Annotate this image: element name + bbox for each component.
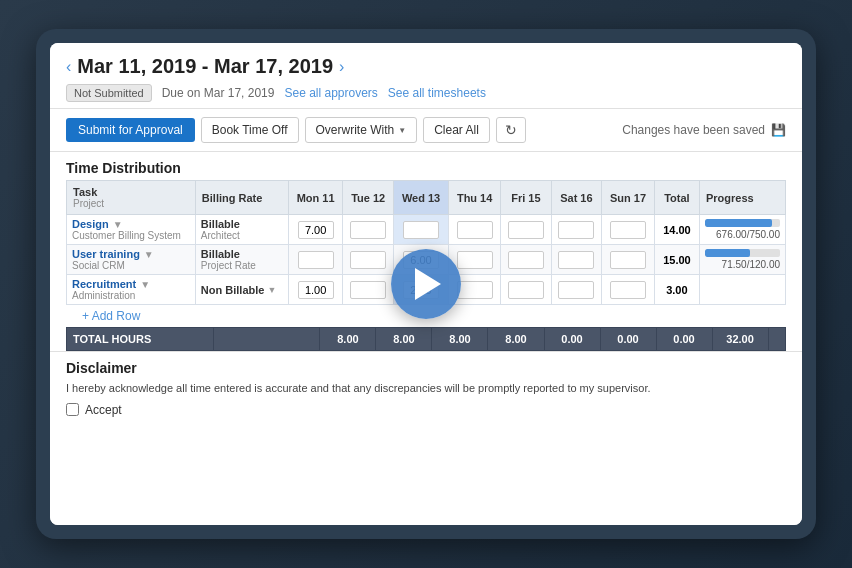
totals-tue: 8.00 [376, 328, 432, 351]
disclaimer-text: I hereby acknowledge all time entered is… [66, 380, 786, 397]
progress-label-training: 71.50/120.00 [705, 259, 780, 270]
fri-cell-design [501, 215, 551, 245]
progress-container-design: 676.00/750.00 [705, 219, 780, 240]
device-frame: ‹ Mar 11, 2019 - Mar 17, 2019 › Not Subm… [36, 29, 816, 539]
tue-input-recruitment[interactable] [350, 281, 386, 299]
wed-input-design[interactable] [403, 221, 439, 239]
totals-total: 32.00 [712, 328, 768, 351]
progress-cell-recruitment [699, 275, 785, 305]
sat-cell-recruitment [551, 275, 601, 305]
sun-cell-recruitment [602, 275, 655, 305]
accept-checkbox[interactable] [66, 403, 79, 416]
accept-label: Accept [85, 403, 122, 417]
saved-text: Changes have been saved [622, 123, 765, 137]
thu-input-recruitment[interactable] [457, 281, 493, 299]
see-all-approvers-link[interactable]: See all approvers [284, 86, 377, 100]
header: ‹ Mar 11, 2019 - Mar 17, 2019 › Not Subm… [50, 43, 802, 109]
section-title: Time Distribution [50, 152, 802, 180]
sat-input-recruitment[interactable] [558, 281, 594, 299]
table-header-row: Task Project Billing Rate Mon 11 Tue 12 … [67, 181, 786, 215]
screen: ‹ Mar 11, 2019 - Mar 17, 2019 › Not Subm… [50, 43, 802, 525]
totals-mon: 8.00 [320, 328, 376, 351]
totals-billing [213, 328, 320, 351]
tue-input-design[interactable] [350, 221, 386, 239]
totals-wed: 8.00 [432, 328, 488, 351]
task-project-training: Social CRM [72, 260, 190, 271]
sat-input-training[interactable] [558, 251, 594, 269]
col-wed: Wed 13 [393, 181, 448, 215]
task-name-recruitment: Recruitment [72, 278, 136, 290]
overwrite-with-button[interactable]: Overwrite With ▼ [305, 117, 418, 143]
billing-type-recruitment: Non Billable [201, 284, 265, 296]
fri-cell-recruitment [501, 275, 551, 305]
prev-arrow[interactable]: ‹ [66, 58, 71, 76]
progress-bar-bg-design [705, 219, 780, 227]
col-task: Task Project [67, 181, 196, 215]
totals-progress [768, 328, 785, 351]
billing-cell-recruitment: Non Billable ▼ [195, 275, 288, 305]
accept-row: Accept [66, 403, 786, 417]
status-badge: Not Submitted [66, 84, 152, 102]
billing-cell-design: Billable Architect [195, 215, 288, 245]
billing-type-training: Billable [201, 248, 283, 260]
col-total: Total [654, 181, 699, 215]
mon-input-training[interactable] [298, 251, 334, 269]
col-sat: Sat 16 [551, 181, 601, 215]
progress-bar-fill-training [705, 249, 750, 257]
task-cell-design: Design ▼ Customer Billing System [67, 215, 196, 245]
thu-input-training[interactable] [457, 251, 493, 269]
refresh-button[interactable]: ↻ [496, 117, 526, 143]
table-row: Design ▼ Customer Billing System Billabl… [67, 215, 786, 245]
col-sun: Sun 17 [602, 181, 655, 215]
disclaimer-section: Disclaimer I hereby acknowledge all time… [50, 351, 802, 425]
book-time-off-button[interactable]: Book Time Off [201, 117, 299, 143]
submit-approval-button[interactable]: Submit for Approval [66, 118, 195, 142]
mon-input-recruitment[interactable] [298, 281, 334, 299]
mon-input-design[interactable] [298, 221, 334, 239]
billing-dropdown-recruitment[interactable]: ▼ [267, 285, 276, 295]
thu-input-design[interactable] [457, 221, 493, 239]
task-dropdown-arrow-design[interactable]: ▼ [113, 219, 123, 230]
task-dropdown-arrow-recruitment[interactable]: ▼ [140, 279, 150, 290]
col-billing-rate: Billing Rate [195, 181, 288, 215]
billing-sub-training: Project Rate [201, 260, 283, 271]
tue-input-training[interactable] [350, 251, 386, 269]
mon-cell-training [288, 245, 343, 275]
date-navigation: ‹ Mar 11, 2019 - Mar 17, 2019 › [66, 55, 786, 78]
tue-cell-design [343, 215, 394, 245]
sun-input-recruitment[interactable] [610, 281, 646, 299]
sat-input-design[interactable] [558, 221, 594, 239]
play-button-overlay[interactable] [391, 249, 461, 319]
sun-input-training[interactable] [610, 251, 646, 269]
task-name-design: Design [72, 218, 109, 230]
progress-label-design: 676.00/750.00 [705, 229, 780, 240]
next-arrow[interactable]: › [339, 58, 344, 76]
fri-input-design[interactable] [508, 221, 544, 239]
task-dropdown-arrow-training[interactable]: ▼ [144, 249, 154, 260]
total-cell-recruitment: 3.00 [654, 275, 699, 305]
task-cell-recruitment: Recruitment ▼ Administration [67, 275, 196, 305]
fri-cell-training [501, 245, 551, 275]
total-cell-training: 15.00 [654, 245, 699, 275]
billing-sub-design: Architect [201, 230, 283, 241]
disclaimer-title: Disclaimer [66, 360, 786, 376]
date-range-title: Mar 11, 2019 - Mar 17, 2019 [77, 55, 333, 78]
totals-label: TOTAL HOURS [67, 328, 214, 351]
see-all-timesheets-link[interactable]: See all timesheets [388, 86, 486, 100]
mon-cell-recruitment [288, 275, 343, 305]
toolbar: Submit for Approval Book Time Off Overwr… [50, 109, 802, 152]
progress-bar-bg-training [705, 249, 780, 257]
tue-cell-training [343, 245, 394, 275]
progress-bar-fill-design [705, 219, 773, 227]
clear-all-button[interactable]: Clear All [423, 117, 490, 143]
tue-cell-recruitment [343, 275, 394, 305]
sun-input-design[interactable] [610, 221, 646, 239]
due-date: Due on Mar 17, 2019 [162, 86, 275, 100]
task-name-training: User training [72, 248, 140, 260]
progress-cell-design: 676.00/750.00 [699, 215, 785, 245]
fri-input-recruitment[interactable] [508, 281, 544, 299]
fri-input-training[interactable] [508, 251, 544, 269]
header-meta: Not Submitted Due on Mar 17, 2019 See al… [66, 84, 786, 102]
task-project-recruitment: Administration [72, 290, 190, 301]
col-thu: Thu 14 [449, 181, 501, 215]
